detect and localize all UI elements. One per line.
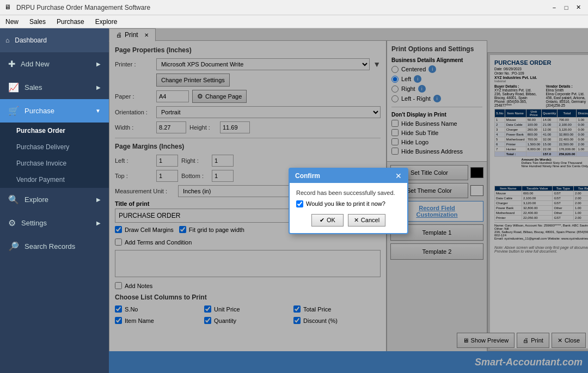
settings-icon: ⚙ — [8, 218, 16, 228]
sidebar-item-explore-label: Explore — [24, 195, 48, 204]
sidebar-item-purchase-label: Purchase — [24, 107, 54, 115]
x-icon: ✕ — [354, 217, 359, 224]
content-area: 🖨 Print ✕ Page Properties (Inches) Print… — [109, 28, 588, 373]
close-button[interactable]: ✕ — [573, 3, 584, 13]
settings-arrow: ▶ — [96, 220, 101, 226]
print-now-label: Would you like to print it now? — [306, 200, 385, 207]
menu-explore[interactable]: Explore — [90, 15, 123, 28]
menu-bar: New Sales Purchase Explore — [0, 15, 588, 28]
sidebar-sub-purchase-invoice[interactable]: Purchase Invoice — [0, 155, 109, 172]
sidebar-item-addnew[interactable]: ✚ Add New ▶ — [0, 52, 109, 76]
purchase-icon: 🛒 — [8, 106, 19, 116]
dialog-title: Confirm — [295, 172, 320, 180]
checkmark-icon: ✔ — [320, 217, 324, 224]
addnew-arrow: ▶ — [96, 61, 101, 67]
sidebar-item-sales-label: Sales — [24, 83, 42, 91]
app-icon: 🖥 — [4, 3, 13, 12]
purchase-arrow: ▼ — [95, 108, 101, 114]
menu-sales[interactable]: Sales — [24, 15, 51, 28]
sidebar-sub-purchase-order[interactable]: Purchase Order — [0, 123, 109, 139]
menu-purchase[interactable]: Purchase — [51, 15, 90, 28]
sidebar-item-sales[interactable]: 📈 Sales ▶ — [0, 76, 109, 99]
dialog-ok-button[interactable]: ✔ OK — [311, 214, 344, 227]
title-bar: 🖥 DRPU Purchase Order Management Softwar… — [0, 0, 588, 15]
sidebar-sub-purchase-delivery[interactable]: Purchase Delivery — [0, 139, 109, 155]
print-now-checkbox[interactable] — [296, 200, 303, 207]
sidebar-header: ⌂ Dashboard — [0, 28, 109, 52]
explore-arrow: ▶ — [96, 197, 101, 203]
sidebar-item-purchase[interactable]: 🛒 Purchase ▼ — [0, 99, 109, 123]
dialog-message: Record has been successfully saved. — [296, 189, 401, 196]
dashboard-icon: ⌂ — [5, 36, 9, 44]
sidebar-sub-vendor-payment[interactable]: Vendor Payment — [0, 172, 109, 188]
sidebar-item-settings-label: Settings — [21, 219, 47, 227]
addnew-icon: ✚ — [8, 59, 15, 69]
window-controls: − □ ✕ — [549, 3, 584, 13]
purchase-submenu: Purchase Order Purchase Delivery Purchas… — [0, 123, 109, 188]
minimize-button[interactable]: − — [549, 3, 560, 13]
maximize-button[interactable]: □ — [561, 3, 572, 13]
sales-arrow: ▶ — [96, 84, 101, 90]
sidebar: ⌂ Dashboard ✚ Add New ▶ 📈 Sales ▶ 🛒 Purc… — [0, 28, 109, 373]
sales-icon: 📈 — [8, 82, 19, 93]
search-records-icon: 🔎 — [8, 241, 19, 252]
sidebar-item-settings[interactable]: ⚙ Settings ▶ — [0, 211, 109, 235]
dialog-checkbox-row: Would you like to print it now? — [296, 200, 401, 207]
dialog-buttons: ✔ OK ✕ Cancel — [296, 214, 401, 227]
sidebar-item-search-records[interactable]: 🔎 Search Records — [0, 235, 109, 258]
sidebar-item-search-label: Search Records — [24, 242, 75, 250]
dialog-body: Record has been successfully saved. Woul… — [290, 183, 407, 233]
main-layout: ⌂ Dashboard ✚ Add New ▶ 📈 Sales ▶ 🛒 Purc… — [0, 28, 588, 373]
dialog-close-button[interactable]: ✕ — [395, 172, 402, 180]
app-title: DRPU Purchase Order Management Software — [16, 4, 549, 11]
dialog-titlebar: Confirm ✕ — [290, 169, 407, 183]
dialog-cancel-button[interactable]: ✕ Cancel — [348, 214, 385, 227]
sidebar-item-explore[interactable]: 🔍 Explore ▶ — [0, 188, 109, 211]
sidebar-header-text: Dashboard — [15, 36, 47, 44]
explore-icon: 🔍 — [8, 194, 19, 205]
sidebar-item-addnew-label: Add New — [21, 60, 50, 68]
menu-new[interactable]: New — [0, 15, 24, 28]
dialog-overlay: Confirm ✕ Record has been successfully s… — [109, 28, 588, 373]
confirm-dialog: Confirm ✕ Record has been successfully s… — [289, 168, 408, 234]
